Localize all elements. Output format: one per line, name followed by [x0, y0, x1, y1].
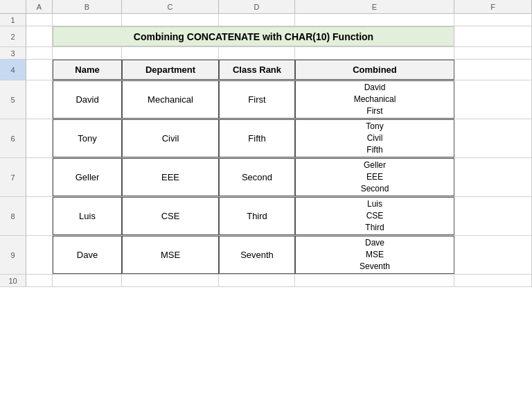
cell-name-2[interactable]: Tony	[53, 119, 122, 157]
row-num-1: 1	[0, 14, 26, 26]
sheet-row-8: 8 Luis CSE Third Luis CSE Third	[0, 197, 532, 236]
sheet-row-1: 1	[0, 14, 532, 26]
cell-rank-5[interactable]: Seventh	[219, 236, 295, 274]
cell-rank-3[interactable]: Second	[219, 158, 295, 196]
row-num-6: 6	[0, 119, 26, 157]
row-num-3: 3	[0, 47, 26, 59]
spreadsheet: A B C D E F 1 2 Combining CONCATENATE wi…	[0, 0, 532, 405]
cell-f3[interactable]	[454, 47, 532, 59]
cell-rank-1[interactable]: First	[219, 80, 295, 119]
cell-a7[interactable]	[26, 158, 53, 196]
cell-dept-2[interactable]: Civil	[122, 119, 219, 157]
col-header-a: A	[26, 0, 53, 13]
sheet-row-5: 5 David Mechanical First David Mechanica…	[0, 80, 532, 119]
col-header-b: B	[53, 0, 122, 13]
cell-name-4[interactable]: Luis	[53, 197, 122, 235]
col-header-d: D	[219, 0, 295, 13]
title-text: Combining CONCATENATE with CHAR(10) Func…	[134, 31, 373, 42]
cell-f2[interactable]	[454, 26, 532, 46]
cell-e1[interactable]	[295, 14, 454, 26]
cell-a4[interactable]	[26, 60, 53, 80]
header-name: Name	[53, 60, 122, 80]
header-combined: Combined	[295, 60, 454, 80]
cell-combined-1[interactable]: David Mechanical First	[295, 80, 454, 119]
cell-dept-5[interactable]: MSE	[122, 236, 219, 274]
cell-a6[interactable]	[26, 119, 53, 157]
cell-a10[interactable]	[26, 275, 53, 286]
sheet-row-4: 4 Name Department Class Rank Combined	[0, 60, 532, 80]
cell-dept-1[interactable]: Mechanical	[122, 80, 219, 119]
cell-f7[interactable]	[454, 158, 532, 196]
sheet-row-6: 6 Tony Civil Fifth Tony Civil Fifth	[0, 119, 532, 158]
cell-rank-2[interactable]: Fifth	[219, 119, 295, 157]
row-num-2: 2	[0, 26, 26, 46]
cell-name-1[interactable]: David	[53, 80, 122, 119]
cell-combined-5[interactable]: Dave MSE Seventh	[295, 236, 454, 274]
row-num-8: 8	[0, 197, 26, 235]
cell-a9[interactable]	[26, 236, 53, 274]
row-num-9: 9	[0, 236, 26, 274]
cell-a3[interactable]	[26, 47, 53, 59]
cell-d3[interactable]	[219, 47, 295, 59]
row-num-7: 7	[0, 158, 26, 196]
cell-c1[interactable]	[122, 14, 219, 26]
cell-e3[interactable]	[295, 47, 454, 59]
sheet-row-9: 9 Dave MSE Seventh Dave MSE Seventh	[0, 236, 532, 275]
col-header-c: C	[122, 0, 219, 13]
cell-a8[interactable]	[26, 197, 53, 235]
cell-f1[interactable]	[454, 14, 532, 26]
sheet-row-2: 2 Combining CONCATENATE with CHAR(10) Fu…	[0, 26, 532, 47]
cell-b1[interactable]	[53, 14, 122, 26]
cell-c10[interactable]	[122, 275, 219, 286]
cell-a2[interactable]	[26, 26, 53, 46]
header-classrank: Class Rank	[219, 60, 295, 80]
cell-combined-3[interactable]: Geller EEE Second	[295, 158, 454, 196]
cell-name-3[interactable]: Geller	[53, 158, 122, 196]
cell-dept-4[interactable]: CSE	[122, 197, 219, 235]
cell-combined-2[interactable]: Tony Civil Fifth	[295, 119, 454, 157]
cell-f8[interactable]	[454, 197, 532, 235]
cell-f10[interactable]	[454, 275, 532, 286]
header-department: Department	[122, 60, 219, 80]
row-num-5: 5	[0, 80, 26, 119]
cell-combined-4[interactable]: Luis CSE Third	[295, 197, 454, 235]
cell-e10[interactable]	[295, 275, 454, 286]
cell-f9[interactable]	[454, 236, 532, 274]
row-num-4: 4	[0, 60, 26, 80]
corner-cell	[0, 0, 26, 13]
cell-dept-3[interactable]: EEE	[122, 158, 219, 196]
cell-f6[interactable]	[454, 119, 532, 157]
col-header-e: E	[295, 0, 454, 13]
sheet-row-3: 3	[0, 47, 532, 60]
sheet-row-10: 10	[0, 275, 532, 287]
cell-a1[interactable]	[26, 14, 53, 26]
cell-d1[interactable]	[219, 14, 295, 26]
cell-b3[interactable]	[53, 47, 122, 59]
cell-b10[interactable]	[53, 275, 122, 286]
cell-f4[interactable]	[454, 60, 532, 80]
col-header-f: F	[454, 0, 532, 13]
row-num-10: 10	[0, 275, 26, 286]
sheet-row-7: 7 Geller EEE Second Geller EEE Second	[0, 158, 532, 197]
cell-a5[interactable]	[26, 80, 53, 119]
title-cell: Combining CONCATENATE with CHAR(10) Func…	[53, 26, 454, 46]
cell-f5[interactable]	[454, 80, 532, 119]
cell-d10[interactable]	[219, 275, 295, 286]
cell-name-5[interactable]: Dave	[53, 236, 122, 274]
cell-rank-4[interactable]: Third	[219, 197, 295, 235]
column-headers: A B C D E F	[0, 0, 532, 14]
cell-c3[interactable]	[122, 47, 219, 59]
